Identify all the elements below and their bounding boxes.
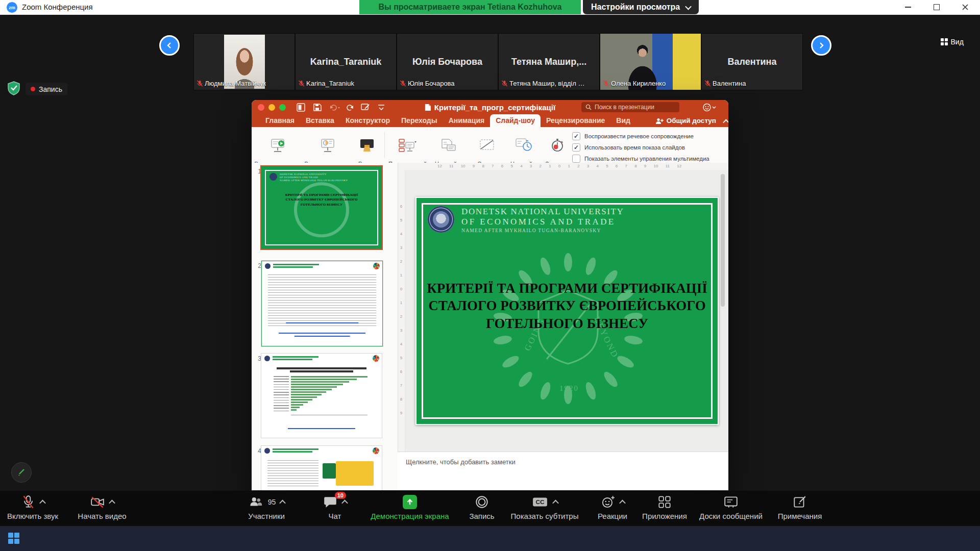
tab-transitions[interactable]: Переходы	[396, 114, 443, 127]
start-button[interactable]	[8, 533, 19, 544]
mini-chart-title	[277, 367, 366, 369]
annotate-button[interactable]: Примечания	[772, 494, 828, 520]
captions-button[interactable]: CC Показать субтитры	[504, 494, 585, 520]
tab-slideshow[interactable]: Слайд-шоу	[490, 114, 541, 127]
format-painter-icon[interactable]	[361, 103, 370, 112]
checkbox-play-narrations[interactable]: ✓ Воспроизвести речевое сопровождение	[572, 132, 694, 140]
checkbox-icon: ✓	[572, 132, 580, 140]
slide-thumbnail-4[interactable]	[261, 446, 382, 490]
sdg-logo	[373, 447, 379, 454]
maximize-button[interactable]	[925, 0, 948, 14]
apps-button[interactable]: Приложения	[636, 494, 693, 520]
muted-mic-icon	[705, 80, 710, 87]
tab-animations[interactable]: Анимация	[443, 114, 491, 127]
save-icon[interactable]	[313, 103, 322, 112]
tab-review[interactable]: Рецензирование	[541, 114, 610, 127]
strip-next-button[interactable]	[811, 35, 831, 56]
chevron-up-icon[interactable]	[109, 499, 115, 506]
tab-design[interactable]: Конструктор	[340, 114, 396, 127]
slide-thumbnail-3[interactable]	[261, 354, 382, 438]
mac-zoom-button[interactable]	[279, 104, 286, 111]
slide-thumbnail-1[interactable]: DONETSK NATIONAL UNIVERSITYOF ECONOMICS …	[261, 166, 382, 249]
rehearse-timings-icon	[515, 137, 533, 153]
tab-view[interactable]: Вид	[610, 114, 636, 127]
play-from-current-icon	[318, 138, 337, 153]
unmute-button[interactable]: Включить звук	[2, 494, 63, 520]
mini-hyperlink	[288, 428, 355, 429]
participant-name-text: Валентина	[713, 80, 746, 87]
chevron-up-icon[interactable]	[39, 499, 46, 506]
svg-text:CC: CC	[535, 498, 544, 505]
participant-name-label: Валентина	[705, 80, 746, 87]
checkbox-show-media-controls[interactable]: Показать элементы управления мультимедиа	[572, 155, 709, 163]
current-slide[interactable]: DONETSK NATIONAL UNIVERSITY OF ECONOMICS…	[415, 197, 719, 425]
annotation-tool-button[interactable]	[11, 462, 32, 483]
slide-thumbnail-2[interactable]	[261, 261, 383, 346]
scrollbar-thumb[interactable]	[721, 174, 725, 307]
recording-indicator[interactable]: Запись	[26, 83, 67, 95]
video-strip: Вид Людмила Матвійчук Karina_Taraniuk Ka…	[0, 15, 980, 76]
apps-label: Приложения	[642, 512, 687, 520]
chevron-up-icon[interactable]	[552, 499, 559, 506]
chevron-up-icon[interactable]	[619, 499, 626, 506]
share-screen-button[interactable]: Демонстрация экрана	[361, 494, 458, 520]
reactions-label: Реакции	[598, 512, 627, 520]
toolbar-overflow-icon[interactable]	[377, 103, 385, 112]
security-shield-icon[interactable]	[7, 81, 21, 96]
share-button[interactable]: Общий доступ	[655, 114, 716, 127]
slide-title[interactable]: КРИТЕРІЇ ТА ПРОГРАМИ СЕРТИФІКАЦІЇ СТАЛОГ…	[426, 280, 708, 332]
tab-insert[interactable]: Вставка	[300, 114, 340, 127]
participant-name-label: Тетяна Машир, відділ …	[502, 80, 584, 87]
screen: zm Zoom Конференция Вы просматриваете эк…	[0, 0, 980, 551]
reactions-button[interactable]: Реакции	[587, 494, 638, 520]
participant-tile[interactable]: Karina_Taraniuk Karina_Taraniuk	[296, 34, 396, 90]
participant-tile[interactable]: Людмила Матвійчук	[194, 34, 295, 90]
undo-icon[interactable]	[329, 103, 340, 112]
record-button[interactable]: Запись	[461, 494, 502, 520]
start-video-button[interactable]: Начать видео	[71, 494, 133, 520]
checkbox-use-timings[interactable]: ✓ Использовать время показа слайдов	[572, 143, 685, 152]
chevron-up-icon[interactable]	[341, 499, 348, 506]
checkbox-label: Использовать время показа слайдов	[584, 144, 685, 151]
participants-button[interactable]: 95 Участники	[236, 494, 297, 520]
mini-header	[261, 354, 382, 364]
viewing-screen-banner: Вы просматриваете экран Tetiana Kozhuhov…	[359, 0, 581, 14]
notes-pane[interactable]: Щелкните, чтобы добавить заметки	[398, 452, 728, 490]
mac-minimize-button[interactable]	[268, 104, 275, 111]
participants-icon	[248, 494, 263, 510]
participants-label: Участники	[248, 512, 285, 520]
participant-tile[interactable]: Юлія Бочарова Юлія Бочарова	[397, 34, 498, 90]
mini-text-block	[267, 460, 318, 487]
redo-icon[interactable]	[346, 103, 354, 112]
ruler-numbers: 12 11 10 9 8 7 6 5 4 3 2 1 0 1 2 3 4 5 6…	[398, 163, 728, 170]
video-off-icon	[90, 494, 105, 510]
university-line2: OF ECONOMICS AND TRADE	[461, 217, 624, 227]
minimize-button[interactable]	[896, 0, 920, 14]
view-options-button[interactable]: Настройки просмотра	[583, 0, 699, 14]
collapse-ribbon-icon[interactable]	[723, 119, 728, 126]
new-slide-icon[interactable]	[297, 103, 305, 112]
mini-text-block	[268, 274, 376, 328]
university-line3: NAMED AFTER MYKHAILO TUGAN-BARANOVSKY	[461, 228, 624, 233]
editor-scrollbar[interactable]	[721, 174, 725, 449]
participant-tile[interactable]: Олена Кириленко	[600, 34, 701, 90]
strip-view-button[interactable]: Вид	[941, 38, 964, 46]
mac-close-button[interactable]	[258, 104, 264, 111]
add-person-icon	[655, 117, 664, 124]
strip-prev-button[interactable]	[159, 35, 180, 56]
chat-button[interactable]: 10 Чат	[312, 494, 357, 520]
chevron-up-icon[interactable]	[279, 499, 286, 506]
presentation-search-box[interactable]: Поиск в презентации	[581, 102, 679, 112]
close-button[interactable]	[953, 0, 977, 14]
record-label: Запись	[469, 512, 494, 520]
captions-icon: CC	[531, 494, 549, 510]
whiteboards-button[interactable]: Доски сообщений	[693, 494, 769, 520]
participant-tile[interactable]: Валентина Валентина	[702, 34, 802, 90]
tab-home[interactable]: Главная	[260, 114, 300, 127]
participant-name-label: Karina_Taraniuk	[299, 80, 354, 87]
slide-number: 2	[255, 262, 261, 269]
mini-hyperlink	[295, 336, 350, 337]
hide-slide-icon	[479, 138, 495, 153]
feedback-smiley-icon[interactable]	[703, 103, 716, 112]
participant-tile[interactable]: Тетяна Машир,... Тетяна Машир, відділ …	[499, 34, 599, 90]
